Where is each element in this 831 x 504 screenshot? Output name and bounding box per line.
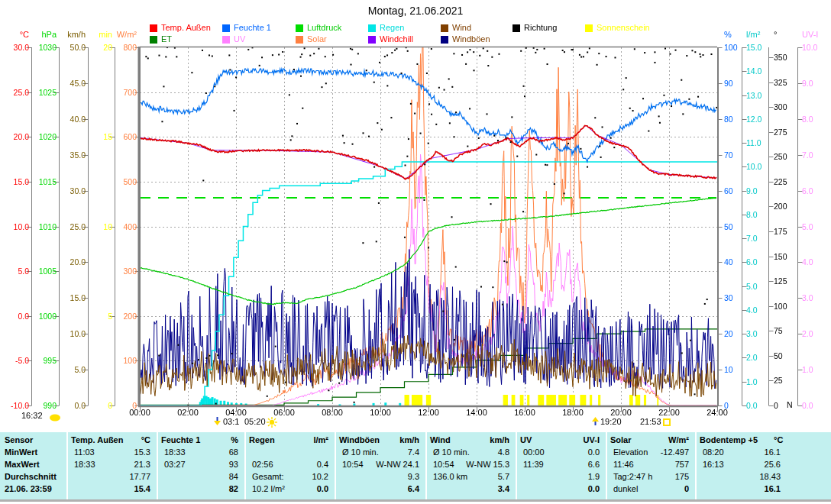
table-separator — [516, 432, 517, 499]
time-tick-label: 14:00 — [464, 409, 489, 417]
axis-tick-label: 0.0 — [746, 402, 758, 409]
axis-unit-°: ° — [774, 31, 777, 39]
axis-tick-label: 100 — [724, 44, 738, 51]
axis-tick-label: 0.0 — [74, 402, 86, 409]
table-cell-value: 9.3 — [408, 472, 419, 481]
axis-tick-label: 30.0 — [14, 44, 29, 51]
axis-tick-label: 70 — [724, 151, 733, 159]
table-cell-time: 03:27 — [164, 460, 186, 469]
table-cell-value: 1.9 — [588, 472, 600, 481]
table-cell-value: 93 — [229, 460, 238, 469]
legend-label: Windchill — [380, 35, 413, 44]
table-cell-value: 15.4 — [134, 484, 150, 493]
axis-unit-°C: °C — [20, 31, 29, 39]
table-row-label: Sensor — [5, 435, 33, 444]
table-cell-value: 0.0 — [588, 447, 600, 457]
moonrise-arrow-icon — [592, 417, 599, 425]
sun-icon — [267, 417, 277, 428]
table-cell-value: 68 — [229, 447, 238, 457]
legend-swatch-regen — [368, 24, 376, 32]
axis-tick-label: 10.0 — [70, 330, 86, 338]
table-separator — [66, 432, 68, 499]
table-cell-value: 0.4 — [317, 460, 328, 469]
table-cell-time: 00:00 — [523, 447, 545, 457]
axis-tick-label: 995 — [43, 357, 57, 364]
axis-tick-label: 225 — [774, 178, 787, 186]
axis-tick-label: 8.0 — [802, 115, 813, 123]
axis-tick-label: 125 — [774, 277, 787, 285]
axis-tick-label: 90 — [724, 79, 733, 87]
axis-tick-label: 20 — [103, 44, 112, 51]
table-cell-time: Ø 10 min. — [433, 447, 470, 457]
table-separator — [157, 432, 158, 499]
time-tick-label: 06:00 — [272, 409, 296, 417]
legend-label: Sonnenschein — [597, 24, 650, 32]
table-cell-time: 11:03 — [74, 447, 95, 457]
evening-mark-time: 19:20 — [600, 418, 622, 426]
axis-tick-label: 20 — [724, 330, 733, 338]
axis-tick-label: 9.0 — [746, 187, 758, 195]
axis-tick-label: 60 — [724, 187, 733, 195]
axis-tick-label: 350 — [774, 53, 787, 61]
legend-swatch-uv — [222, 36, 230, 44]
axis-tick-label: -10.0 — [11, 402, 29, 409]
legend-swatch-luftdruck — [296, 24, 303, 32]
axis-tick-label: 10.0 — [746, 163, 761, 170]
axis-tick-label: 7.0 — [746, 234, 758, 242]
legend-label: ET — [161, 35, 172, 44]
moonset-arrow-icon — [214, 417, 221, 425]
table-cell-value: 6.6 — [588, 460, 600, 469]
axis-tick-label: 25 — [774, 376, 783, 384]
table-group-unit: l/m² — [313, 435, 328, 444]
axis-tick-label: 2.0 — [802, 330, 813, 338]
axis-tick-label: 40.0 — [70, 115, 86, 123]
axis-tick-label: 0.0 — [802, 402, 813, 409]
axis-tick-label: 12.0 — [746, 115, 761, 123]
axis-tick-label: 30.0 — [70, 187, 86, 195]
legend-label: Feuchte 1 — [234, 24, 271, 32]
axis-unit-%: % — [724, 31, 732, 39]
moonset-time: 03:1 — [223, 418, 239, 426]
moon-icon — [49, 413, 61, 422]
axis-tick-label: 10 — [724, 366, 733, 373]
table-row-label: MaxWert — [5, 460, 40, 469]
legend-label: UV — [234, 35, 245, 44]
table-cell-time: Gesamt: — [252, 472, 284, 481]
axis-tick-label: 8.0 — [746, 211, 758, 218]
table-cell-value: 25.6 — [765, 460, 781, 469]
table-group-unit: W/m² — [668, 435, 689, 444]
axis-tick-label: 0 — [774, 402, 778, 409]
table-cell-time: 18:33 — [74, 460, 95, 469]
axis-tick-label: 100 — [774, 302, 787, 310]
axis-tick-label: 500 — [123, 178, 137, 186]
table-cell-value: 0 — [684, 484, 689, 493]
axis-tick-label: 700 — [123, 89, 137, 96]
table-cell-time: Elevation — [613, 447, 648, 457]
table-cell-time: 10:54 — [342, 460, 364, 469]
table-cell-value: 16.1 — [765, 447, 781, 457]
table-row-label: Durchschnitt — [5, 472, 57, 481]
table-cell-time: 11:46 — [613, 460, 634, 469]
weather-chart-canvas — [0, 0, 831, 504]
table-cell-time: 10.2 l/m² — [252, 484, 285, 493]
table-group-name: Windböen — [339, 435, 380, 444]
time-tick-label: 04:00 — [224, 409, 248, 417]
axis-tick-label: 4.0 — [746, 306, 758, 314]
table-cell-value: 5.7 — [498, 472, 509, 481]
axis-tick-label: 5.0 — [802, 223, 813, 231]
axis-tick-label: 20.0 — [70, 258, 86, 266]
time-tick-label: 16:00 — [513, 409, 537, 417]
table-group-name: Solar — [610, 435, 632, 444]
table-cell-time: dunkel — [613, 484, 638, 493]
legend-label: Luftdruck — [307, 24, 341, 32]
table-group-unit: UV-I — [584, 435, 600, 444]
axis-tick-label: 3.0 — [802, 294, 813, 302]
axis-tick-label: 100 — [123, 357, 137, 364]
table-cell-value: 21.3 — [134, 460, 150, 469]
table-cell-time: 16:13 — [703, 460, 724, 469]
axis-tick-label: 1030 — [39, 44, 57, 51]
legend-label: Regen — [380, 24, 404, 32]
axis-tick-label: 250 — [774, 153, 787, 160]
axis-tick-label: 15 — [103, 133, 112, 141]
axis-tick-label: 1.0 — [802, 366, 813, 373]
